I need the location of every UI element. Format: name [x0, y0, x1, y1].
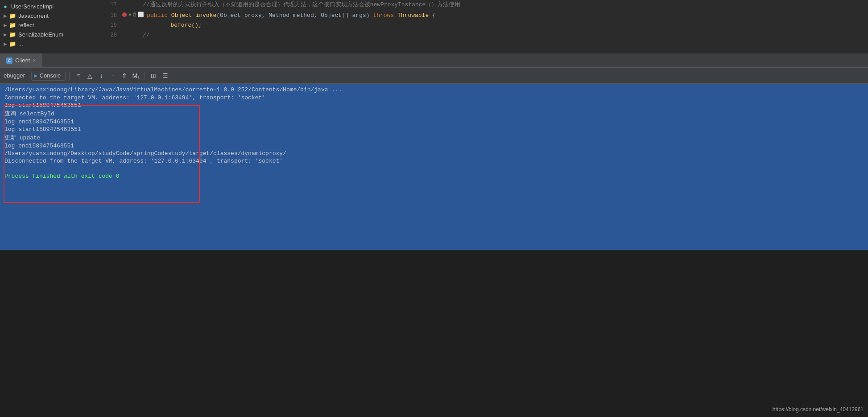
code-space3: [370, 11, 373, 20]
line-number-19: 19: [103, 20, 117, 30]
toolbar-btn-down[interactable]: ↓: [96, 71, 106, 81]
toolbar-btn-filter[interactable]: △: [85, 71, 95, 81]
line-number-18: 18: [103, 11, 117, 20]
toolbar-btn-regex[interactable]: M₁: [131, 71, 141, 81]
code-throwable: Throwable: [397, 11, 429, 20]
code-line-17: 17 //通过反射的方式执行并织入（不知道用的是否合理）代理方法，这个接口实现方…: [98, 0, 868, 10]
console-area: /Users/yuanxindong/Library/Java/JavaVirt…: [0, 84, 868, 250]
code-object: Object: [171, 11, 192, 20]
console-line-2: log start1589475463551: [0, 102, 868, 109]
toolbar-btn-list[interactable]: ☰: [160, 71, 170, 81]
console-line-7: log end1589475463551: [0, 142, 868, 150]
toolbar-btn-up[interactable]: ↑: [108, 71, 118, 81]
code-comment-20: //: [143, 30, 150, 40]
folder-icon: 📁: [9, 22, 16, 29]
console-line-6: 更新 update: [0, 133, 868, 142]
toolbar-btn-table[interactable]: ⊞: [149, 71, 158, 81]
sidebar: ● UserServiceImpl ▶ 📁 Javacurrent ▶ 📁 re…: [0, 0, 98, 53]
code-line-18: 18 ● @ ⬜ public Object invoke (Object pr…: [98, 10, 868, 20]
debugger-label: ebugger: [4, 72, 25, 79]
sidebar-item-reflect[interactable]: ▶ 📁 reflect: [0, 20, 98, 30]
code-space4: [394, 11, 397, 20]
code-invoke: invoke: [195, 11, 216, 20]
breakpoint-dot: [122, 12, 127, 17]
toolbar-separator-1: [69, 72, 70, 80]
sidebar-item-javacurrent[interactable]: ▶ 📁 Javacurrent: [0, 11, 98, 20]
tab-label: Client: [15, 57, 30, 64]
console-icon: ▶: [34, 72, 38, 79]
sidebar-item-label: SerializableEnum: [18, 31, 63, 38]
marker-green: ●: [128, 10, 132, 20]
toolbar: ebugger ▶ Console ≡ △ ↓ ↑ ⇑ M₁ ⊞ ☰: [0, 68, 868, 84]
keyword-public: public: [147, 11, 168, 20]
code-space1: [168, 11, 171, 20]
sidebar-item-more[interactable]: ▶ 📁 ...: [0, 39, 98, 49]
tab-bar: C Client ×: [0, 53, 868, 68]
tab-icon-client: C: [6, 57, 12, 64]
line-markers-18: ● @ ⬜: [122, 10, 144, 20]
sidebar-item-label: reflect: [18, 22, 34, 29]
toolbar-btn-1[interactable]: ≡: [73, 71, 83, 81]
arrow-icon: ▶: [4, 23, 7, 28]
toolbar-btn-top[interactable]: ⇑: [120, 71, 129, 81]
arrow-icon: ▶: [4, 13, 7, 18]
console-line-11: Process finished with exit code 0: [0, 172, 868, 180]
folder-icon: 📁: [9, 31, 16, 38]
marker-at: @: [133, 10, 136, 20]
line-number-17: 17: [103, 0, 117, 10]
console-line-9: Disconnected from the target VM, address…: [0, 157, 868, 165]
sidebar-item-serializableenum[interactable]: ▶ 📁 SerializableEnum: [0, 30, 98, 39]
code-before: [143, 20, 170, 30]
code-space2: [192, 11, 196, 20]
tab-close-button[interactable]: ×: [33, 57, 36, 64]
console-line-1: Connected to the target VM, address: '12…: [0, 94, 868, 102]
code-line-20: 20 //: [98, 30, 868, 40]
code-line-19: 19 before();: [98, 20, 868, 30]
console-line-5: log start1589475463551: [0, 126, 868, 133]
console-line-3: 查询 selectById: [0, 109, 868, 118]
service-icon: ●: [4, 3, 7, 10]
folder-icon: 📁: [9, 12, 16, 19]
toolbar-separator-2: [145, 72, 145, 80]
code-editor: 17 //通过反射的方式执行并织入（不知道用的是否合理）代理方法，这个接口实现方…: [98, 0, 868, 53]
tab-client[interactable]: C Client ×: [0, 53, 42, 67]
console-line-10: [0, 165, 868, 172]
code-before-call: before();: [170, 20, 202, 30]
sidebar-item-label: UserServiceImpl: [11, 3, 54, 10]
arrow-icon: ▶: [4, 41, 7, 46]
code-comment-17: //通过反射的方式执行并织入（不知道用的是否合理）代理方法，这个接口实现方法会被…: [143, 0, 460, 10]
watermark: https://blog.csdn.net/weixin_40413961: [773, 406, 864, 413]
line-number-20: 20: [103, 30, 117, 40]
console-button[interactable]: ▶ Console: [31, 71, 66, 81]
folder-icon: 📁: [9, 41, 16, 47]
arrow-icon: ▶: [4, 32, 7, 37]
marker-arrow: ⬜: [138, 10, 144, 20]
sidebar-item-label: Javacurrent: [18, 12, 49, 19]
console-line-8: /Users/yuanxindong/Desktop/studyCode/spr…: [0, 150, 868, 157]
code-brace: {: [432, 11, 436, 20]
code-throws: throws: [373, 11, 394, 20]
console-path: /Users/yuanxindong/Library/Java/JavaVirt…: [0, 84, 868, 94]
empty-area: [0, 250, 868, 417]
sidebar-item-label: ...: [18, 41, 23, 47]
console-line-4: log end1589475463551: [0, 118, 868, 126]
code-params: (Object proxy, Method method, Object[] a…: [216, 11, 369, 20]
sidebar-item-userserviceimpl[interactable]: ● UserServiceImpl: [0, 2, 98, 11]
code-space5: [429, 11, 432, 20]
console-label: Console: [40, 72, 61, 79]
